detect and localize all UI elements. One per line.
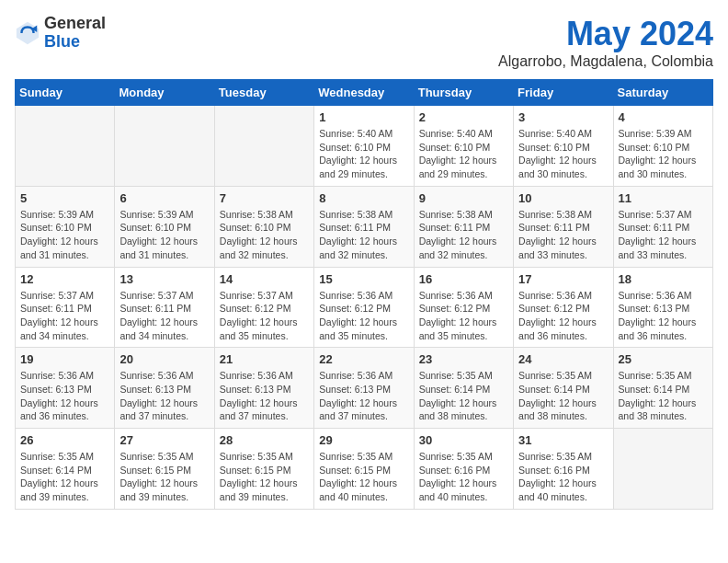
location: Algarrobo, Magdalena, Colombia bbox=[498, 53, 713, 70]
day-number: 18 bbox=[619, 272, 708, 286]
day-number: 10 bbox=[518, 191, 608, 205]
day-info: Sunrise: 5:35 AMSunset: 6:16 PMDaylight:… bbox=[419, 450, 508, 504]
calendar: SundayMondayTuesdayWednesdayThursdayFrid… bbox=[15, 79, 713, 510]
day-number: 28 bbox=[220, 433, 309, 447]
day-number: 19 bbox=[20, 352, 109, 366]
weekday-header: Monday bbox=[115, 80, 214, 106]
calendar-cell: 30Sunrise: 5:35 AMSunset: 6:16 PMDayligh… bbox=[414, 429, 513, 510]
calendar-cell: 6Sunrise: 5:39 AMSunset: 6:10 PMDaylight… bbox=[115, 186, 214, 267]
day-number: 13 bbox=[119, 272, 209, 286]
weekday-header: Friday bbox=[514, 80, 613, 106]
day-info: Sunrise: 5:35 AMSunset: 6:14 PMDaylight:… bbox=[619, 369, 708, 423]
calendar-cell: 24Sunrise: 5:35 AMSunset: 6:14 PMDayligh… bbox=[514, 348, 613, 429]
calendar-cell: 13Sunrise: 5:37 AMSunset: 6:11 PMDayligh… bbox=[115, 267, 214, 348]
calendar-header: SundayMondayTuesdayWednesdayThursdayFrid… bbox=[16, 80, 713, 106]
calendar-cell: 4Sunrise: 5:39 AMSunset: 6:10 PMDaylight… bbox=[613, 106, 712, 187]
day-info: Sunrise: 5:35 AMSunset: 6:15 PMDaylight:… bbox=[119, 450, 209, 504]
day-info: Sunrise: 5:35 AMSunset: 6:14 PMDaylight:… bbox=[20, 450, 109, 504]
day-number: 24 bbox=[518, 352, 608, 366]
day-number: 30 bbox=[419, 433, 508, 447]
day-number: 9 bbox=[419, 191, 508, 205]
calendar-cell: 15Sunrise: 5:36 AMSunset: 6:12 PMDayligh… bbox=[314, 267, 414, 348]
logo-general: General bbox=[44, 15, 106, 33]
weekday-header: Thursday bbox=[414, 80, 513, 106]
month-year: May 2024 bbox=[498, 15, 713, 53]
calendar-cell: 18Sunrise: 5:36 AMSunset: 6:13 PMDayligh… bbox=[613, 267, 712, 348]
calendar-cell: 29Sunrise: 5:35 AMSunset: 6:15 PMDayligh… bbox=[314, 429, 414, 510]
day-number: 29 bbox=[319, 433, 408, 447]
day-number: 7 bbox=[220, 191, 309, 205]
calendar-cell: 1Sunrise: 5:40 AMSunset: 6:10 PMDaylight… bbox=[314, 106, 414, 187]
day-info: Sunrise: 5:36 AMSunset: 6:13 PMDaylight:… bbox=[20, 369, 109, 423]
logo-blue: Blue bbox=[44, 33, 106, 52]
calendar-cell: 11Sunrise: 5:37 AMSunset: 6:11 PMDayligh… bbox=[613, 186, 712, 267]
calendar-cell: 2Sunrise: 5:40 AMSunset: 6:10 PMDaylight… bbox=[414, 106, 513, 187]
logo-icon bbox=[15, 20, 40, 46]
calendar-cell bbox=[115, 106, 214, 187]
day-number: 11 bbox=[619, 191, 708, 205]
calendar-cell: 8Sunrise: 5:38 AMSunset: 6:11 PMDaylight… bbox=[314, 186, 414, 267]
day-number: 25 bbox=[619, 352, 708, 366]
day-info: Sunrise: 5:36 AMSunset: 6:13 PMDaylight:… bbox=[220, 369, 309, 423]
day-number: 3 bbox=[518, 110, 608, 124]
calendar-cell: 26Sunrise: 5:35 AMSunset: 6:14 PMDayligh… bbox=[16, 429, 115, 510]
day-number: 15 bbox=[319, 272, 408, 286]
calendar-cell: 12Sunrise: 5:37 AMSunset: 6:11 PMDayligh… bbox=[16, 267, 115, 348]
calendar-cell: 16Sunrise: 5:36 AMSunset: 6:12 PMDayligh… bbox=[414, 267, 513, 348]
day-info: Sunrise: 5:37 AMSunset: 6:12 PMDaylight:… bbox=[220, 289, 309, 343]
day-number: 27 bbox=[119, 433, 209, 447]
calendar-cell bbox=[214, 106, 313, 187]
day-info: Sunrise: 5:39 AMSunset: 6:10 PMDaylight:… bbox=[619, 127, 708, 181]
calendar-cell: 10Sunrise: 5:38 AMSunset: 6:11 PMDayligh… bbox=[514, 186, 613, 267]
title-block: May 2024 Algarrobo, Magdalena, Colombia bbox=[498, 15, 713, 70]
day-info: Sunrise: 5:40 AMSunset: 6:10 PMDaylight:… bbox=[419, 127, 508, 181]
day-info: Sunrise: 5:35 AMSunset: 6:15 PMDaylight:… bbox=[220, 450, 309, 504]
day-info: Sunrise: 5:35 AMSunset: 6:15 PMDaylight:… bbox=[319, 450, 408, 504]
calendar-cell: 21Sunrise: 5:36 AMSunset: 6:13 PMDayligh… bbox=[214, 348, 313, 429]
day-info: Sunrise: 5:37 AMSunset: 6:11 PMDaylight:… bbox=[20, 289, 109, 343]
day-number: 14 bbox=[220, 272, 309, 286]
calendar-cell: 27Sunrise: 5:35 AMSunset: 6:15 PMDayligh… bbox=[115, 429, 214, 510]
day-info: Sunrise: 5:38 AMSunset: 6:11 PMDaylight:… bbox=[319, 208, 408, 262]
calendar-cell bbox=[613, 429, 712, 510]
weekday-header: Saturday bbox=[613, 80, 712, 106]
calendar-cell: 22Sunrise: 5:36 AMSunset: 6:13 PMDayligh… bbox=[314, 348, 414, 429]
calendar-week-row: 26Sunrise: 5:35 AMSunset: 6:14 PMDayligh… bbox=[16, 429, 713, 510]
day-info: Sunrise: 5:37 AMSunset: 6:11 PMDaylight:… bbox=[119, 289, 209, 343]
day-number: 8 bbox=[319, 191, 408, 205]
calendar-week-row: 1Sunrise: 5:40 AMSunset: 6:10 PMDaylight… bbox=[16, 106, 713, 187]
calendar-week-row: 12Sunrise: 5:37 AMSunset: 6:11 PMDayligh… bbox=[16, 267, 713, 348]
day-number: 16 bbox=[419, 272, 508, 286]
day-info: Sunrise: 5:35 AMSunset: 6:16 PMDaylight:… bbox=[518, 450, 608, 504]
day-number: 2 bbox=[419, 110, 508, 124]
logo: General Blue bbox=[15, 15, 106, 52]
day-info: Sunrise: 5:36 AMSunset: 6:12 PMDaylight:… bbox=[518, 289, 608, 343]
day-info: Sunrise: 5:38 AMSunset: 6:10 PMDaylight:… bbox=[220, 208, 309, 262]
calendar-body: 1Sunrise: 5:40 AMSunset: 6:10 PMDaylight… bbox=[16, 106, 713, 510]
weekday-header: Tuesday bbox=[214, 80, 313, 106]
day-info: Sunrise: 5:39 AMSunset: 6:10 PMDaylight:… bbox=[119, 208, 209, 262]
day-info: Sunrise: 5:38 AMSunset: 6:11 PMDaylight:… bbox=[419, 208, 508, 262]
logo-text: General Blue bbox=[44, 15, 106, 52]
day-number: 22 bbox=[319, 352, 408, 366]
calendar-cell: 14Sunrise: 5:37 AMSunset: 6:12 PMDayligh… bbox=[214, 267, 313, 348]
calendar-cell: 23Sunrise: 5:35 AMSunset: 6:14 PMDayligh… bbox=[414, 348, 513, 429]
day-info: Sunrise: 5:39 AMSunset: 6:10 PMDaylight:… bbox=[20, 208, 109, 262]
day-info: Sunrise: 5:35 AMSunset: 6:14 PMDaylight:… bbox=[419, 369, 508, 423]
day-number: 1 bbox=[319, 110, 408, 124]
day-number: 26 bbox=[20, 433, 109, 447]
day-info: Sunrise: 5:36 AMSunset: 6:13 PMDaylight:… bbox=[619, 289, 708, 343]
calendar-cell: 19Sunrise: 5:36 AMSunset: 6:13 PMDayligh… bbox=[16, 348, 115, 429]
calendar-cell: 3Sunrise: 5:40 AMSunset: 6:10 PMDaylight… bbox=[514, 106, 613, 187]
calendar-cell: 7Sunrise: 5:38 AMSunset: 6:10 PMDaylight… bbox=[214, 186, 313, 267]
calendar-cell: 28Sunrise: 5:35 AMSunset: 6:15 PMDayligh… bbox=[214, 429, 313, 510]
day-number: 21 bbox=[220, 352, 309, 366]
calendar-cell: 20Sunrise: 5:36 AMSunset: 6:13 PMDayligh… bbox=[115, 348, 214, 429]
calendar-cell: 25Sunrise: 5:35 AMSunset: 6:14 PMDayligh… bbox=[613, 348, 712, 429]
day-info: Sunrise: 5:35 AMSunset: 6:14 PMDaylight:… bbox=[518, 369, 608, 423]
day-number: 12 bbox=[20, 272, 109, 286]
calendar-cell bbox=[16, 106, 115, 187]
day-info: Sunrise: 5:36 AMSunset: 6:13 PMDaylight:… bbox=[119, 369, 209, 423]
calendar-week-row: 19Sunrise: 5:36 AMSunset: 6:13 PMDayligh… bbox=[16, 348, 713, 429]
weekday-header: Sunday bbox=[16, 80, 115, 106]
